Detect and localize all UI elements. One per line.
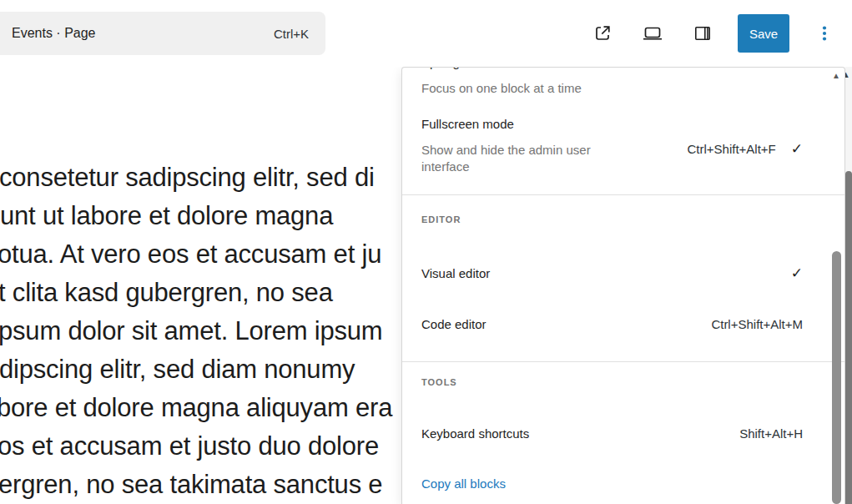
menu-item-keyboard-shortcuts[interactable]: Keyboard shortcuts Shift+Alt+H [421, 426, 803, 442]
document-text-line: otua. At vero eos et accusam et ju [0, 235, 381, 274]
menu-item-label: Code editor [421, 316, 486, 333]
view-post-button[interactable] [587, 18, 618, 48]
toolbar-actions: Save [587, 14, 839, 53]
menu-item-meta: Shift+Alt+H [739, 426, 803, 442]
menu-item-text: Fullscreen mode Show and hide the admin … [421, 116, 622, 175]
document-text-line: os et accusam et justo duo dolore [0, 427, 379, 466]
document-bar[interactable]: Events · Page Ctrl+K [0, 12, 325, 55]
document-text-line: consetetur sadipscing elitr, sed di [0, 159, 375, 197]
menu-item-meta: Ctrl+Shift+Alt+M [711, 316, 803, 333]
menu-item-meta: Ctrl+Shift+Alt+F ✓ [687, 141, 803, 158]
menu-item-description: Show and hide the admin user interface [421, 142, 622, 175]
document-title: Events · Page [12, 26, 96, 41]
editor-top-toolbar: Events · Page Ctrl+K [0, 0, 852, 67]
wordpress-block-editor: consetetur sadipscing elitr, sed di unt … [0, 0, 852, 504]
document-text-line: t clita kasd gubergren, no sea [0, 274, 333, 312]
menu-divider [402, 361, 844, 362]
menu-section-header-tools: TOOLS [421, 377, 457, 387]
menu-item-label: Copy all blocks [421, 476, 506, 492]
menu-item-label: Keyboard shortcuts [421, 426, 529, 442]
page-scrollbar[interactable]: ▲ [845, 67, 852, 504]
scroll-up-arrow-icon[interactable]: ▲ [845, 69, 850, 79]
command-palette-shortcut: Ctrl+K [274, 27, 309, 41]
document-text-line: ergren, no sea takimata sanctus e [0, 466, 382, 504]
menu-item-label: Visual editor [421, 265, 490, 282]
external-link-icon [592, 23, 613, 43]
document-text-line: psum dolor sit amet. Lorem ipsum [0, 312, 383, 350]
dropdown-scrollbar-thumb[interactable] [832, 251, 841, 504]
options-menu-button[interactable] [809, 18, 839, 48]
document-text-line: unt ut labore et dolore magna [0, 197, 333, 235]
sidebar-toggle-icon [693, 23, 713, 43]
check-icon: ✓ [791, 141, 803, 158]
menu-item-spotlight-mode[interactable]: Spotlight mode [421, 67, 803, 71]
menu-item-shortcut: Ctrl+Shift+Alt+F [687, 141, 775, 158]
menu-item-copy-all-blocks[interactable]: Copy all blocks [421, 476, 803, 492]
menu-item-visual-editor[interactable]: Visual editor ✓ [421, 265, 803, 282]
vertical-ellipsis-icon [814, 23, 834, 43]
menu-item-fullscreen-mode[interactable]: Fullscreen mode Show and hide the admin … [421, 116, 803, 175]
menu-item-shortcut: Ctrl+Shift+Alt+M [711, 316, 803, 333]
menu-item-shortcut: Shift+Alt+H [739, 426, 803, 442]
check-icon: ✓ [791, 265, 803, 282]
dropdown-scrollbar[interactable]: ▲ [831, 69, 842, 504]
settings-sidebar-toggle-button[interactable] [688, 18, 718, 48]
page-scrollbar-thumb[interactable] [845, 171, 852, 504]
save-button[interactable]: Save [738, 14, 789, 53]
menu-item-label: Fullscreen mode [421, 116, 622, 133]
menu-item-code-editor[interactable]: Code editor Ctrl+Shift+Alt+M [421, 316, 803, 333]
menu-item-label: Spotlight mode [421, 67, 505, 71]
menu-item-meta: ✓ [791, 265, 803, 282]
document-text-line: dipscing elitr, sed diam nonumy [0, 350, 355, 389]
options-dropdown-menu: Spotlight mode Focus on one block at a t… [401, 67, 845, 504]
menu-item-description: Focus on one block at a time [421, 80, 582, 97]
laptop-icon [642, 23, 663, 43]
document-text-line: bore et dolore magna aliquyam era [0, 389, 392, 427]
preview-button[interactable] [638, 18, 668, 48]
menu-item-spotlight-mode-description[interactable]: Focus on one block at a time [421, 80, 803, 97]
menu-section-header-editor: EDITOR [421, 214, 461, 224]
scroll-up-arrow-icon[interactable]: ▲ [832, 71, 840, 81]
menu-divider [402, 194, 844, 195]
